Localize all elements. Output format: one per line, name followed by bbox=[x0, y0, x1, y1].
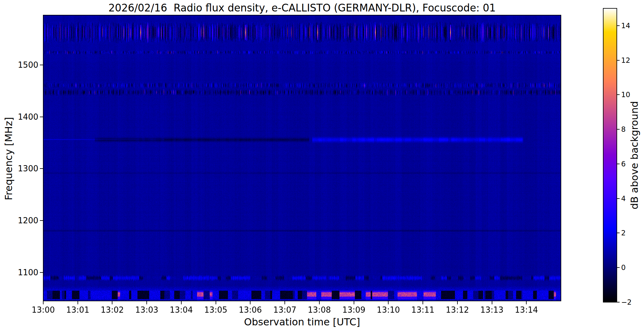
x-tick-mark bbox=[492, 301, 492, 304]
colorbar-tick-label: 6 bbox=[621, 160, 626, 168]
spectrogram-canvas bbox=[43, 15, 561, 301]
colorbar-tick-label: 4 bbox=[621, 195, 626, 203]
x-tick-label: 13:04 bbox=[170, 305, 193, 315]
x-tick-mark bbox=[319, 301, 320, 304]
x-tick-label: 13:10 bbox=[377, 305, 400, 315]
colorbar-tick-mark bbox=[617, 164, 620, 164]
y-tick-mark bbox=[40, 168, 43, 169]
colorbar-tick-mark bbox=[617, 198, 620, 199]
colorbar-tick-mark bbox=[617, 129, 620, 130]
x-tick-mark bbox=[146, 301, 147, 304]
x-tick-label: 13:09 bbox=[342, 305, 365, 315]
colorbar-tick-label: 2 bbox=[621, 229, 626, 237]
x-tick-label: 13:02 bbox=[101, 305, 124, 315]
x-tick-label: 13:13 bbox=[480, 305, 503, 315]
y-axis-label: Frequency [MHz] bbox=[3, 117, 15, 200]
y-tick-label: 1100 bbox=[18, 268, 38, 277]
colorbar-tick-label: 10 bbox=[621, 91, 630, 99]
x-axis-label: Observation time [UTC] bbox=[244, 316, 360, 328]
x-tick-mark bbox=[284, 301, 285, 304]
x-tick-label: 13:00 bbox=[32, 305, 55, 315]
colorbar-tick-label: 8 bbox=[621, 125, 626, 133]
colorbar-label: dB above background bbox=[629, 101, 640, 209]
y-tick-mark bbox=[40, 117, 43, 117]
colorbar-tick-label: −2 bbox=[621, 298, 632, 306]
x-tick-mark bbox=[43, 301, 44, 304]
x-tick-mark bbox=[423, 301, 423, 304]
x-tick-label: 13:03 bbox=[135, 305, 158, 315]
y-tick-label: 1500 bbox=[18, 60, 38, 70]
x-tick-label: 13:01 bbox=[66, 305, 89, 315]
x-tick-label: 13:12 bbox=[446, 305, 469, 315]
x-tick-mark bbox=[78, 301, 78, 304]
y-tick-label: 1400 bbox=[18, 112, 38, 122]
x-tick-mark bbox=[388, 301, 389, 304]
x-tick-label: 13:06 bbox=[239, 305, 262, 315]
colorbar-tick-mark bbox=[617, 94, 620, 95]
spectrogram-figure: 2026/02/16 Radio flux density, e-CALLIST… bbox=[0, 0, 644, 330]
plot-title: 2026/02/16 Radio flux density, e-CALLIST… bbox=[43, 2, 561, 14]
colorbar-tick-mark bbox=[617, 25, 620, 26]
x-tick-label: 13:08 bbox=[308, 305, 331, 315]
x-tick-mark bbox=[457, 301, 458, 304]
x-tick-mark bbox=[181, 301, 182, 304]
colorbar bbox=[603, 8, 617, 302]
y-tick-mark bbox=[40, 65, 43, 65]
x-tick-label: 13:11 bbox=[411, 305, 435, 315]
y-tick-mark bbox=[40, 220, 43, 221]
x-tick-mark bbox=[250, 301, 250, 304]
colorbar-tick-mark bbox=[617, 60, 620, 61]
x-tick-label: 13:07 bbox=[273, 305, 297, 315]
x-tick-mark bbox=[526, 301, 527, 304]
x-tick-mark bbox=[354, 301, 354, 304]
colorbar-tick-label: 12 bbox=[621, 56, 630, 64]
x-tick-mark bbox=[216, 301, 216, 304]
y-tick-label: 1300 bbox=[18, 164, 38, 173]
y-tick-mark bbox=[40, 272, 43, 273]
colorbar-tick-label: 0 bbox=[621, 264, 626, 272]
y-tick-label: 1200 bbox=[18, 216, 38, 225]
colorbar-tick-mark bbox=[617, 302, 620, 302]
x-tick-label: 13:05 bbox=[204, 305, 227, 315]
x-tick-label: 13:14 bbox=[515, 305, 538, 315]
colorbar-tick-label: 14 bbox=[621, 22, 630, 30]
colorbar-tick-mark bbox=[617, 267, 620, 268]
x-tick-mark bbox=[112, 301, 112, 304]
colorbar-tick-mark bbox=[617, 233, 620, 233]
